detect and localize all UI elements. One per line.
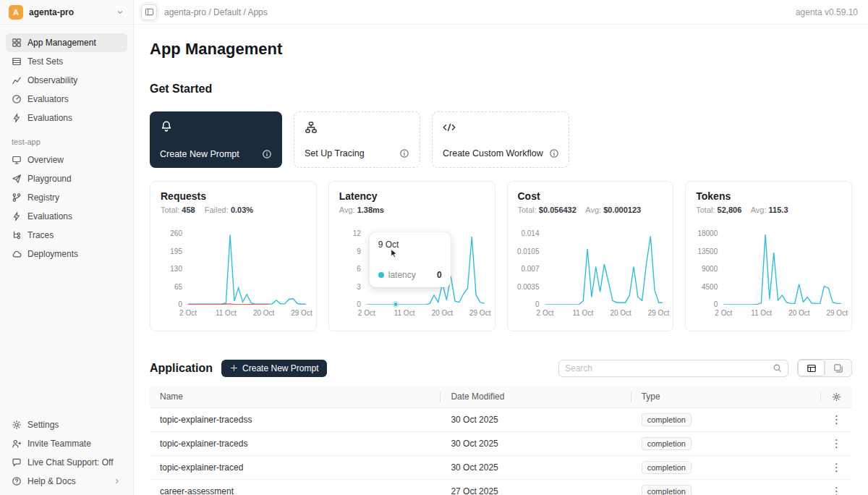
bell-icon	[160, 120, 272, 133]
gear-icon	[12, 420, 22, 430]
table-view-button[interactable]	[798, 360, 825, 376]
search-input[interactable]	[565, 363, 773, 373]
sidebar-toggle-button[interactable]	[141, 4, 157, 20]
sidebar-item-evaluators[interactable]: Evaluators	[6, 90, 127, 109]
table-row[interactable]: topic-explainer-traced 30 Oct 2025 compl…	[150, 455, 852, 479]
app-date-modified: 30 Oct 2025	[441, 407, 631, 431]
tooltip-series-value: 0	[437, 270, 442, 280]
view-toggle-group	[797, 359, 852, 377]
sidebar-item-help-docs[interactable]: Help & Docs	[6, 472, 127, 491]
create-new-prompt-button[interactable]: Create New Prompt	[221, 360, 327, 377]
sidebar-item-label: Traces	[27, 230, 54, 240]
type-badge: completion	[642, 485, 692, 495]
row-actions-menu[interactable]: ⋮	[831, 485, 842, 495]
create-new-prompt-card[interactable]: Create New Prompt	[150, 111, 282, 168]
chart-stats: Total: 52,806 Avg: 115.3	[696, 206, 841, 214]
type-badge: completion	[642, 437, 692, 450]
series-dot	[378, 272, 384, 278]
application-heading: Application	[150, 362, 213, 375]
row-actions-menu[interactable]: ⋮	[831, 413, 842, 426]
metrics-charts: Requests Total: 458 Failed: 0.03% 065130…	[150, 181, 852, 331]
y-axis-labels: 0450090001350018000	[696, 224, 723, 305]
row-actions-menu[interactable]: ⋮	[831, 461, 842, 473]
sidebar-item-label: Overview	[27, 155, 64, 165]
sidebar-item-observability[interactable]: Observability	[6, 71, 127, 90]
card-view-icon	[833, 363, 843, 373]
table-icon	[12, 56, 22, 67]
app-name[interactable]: topic-explainer-traced	[150, 455, 441, 479]
app-date-modified: 30 Oct 2025	[441, 455, 631, 479]
app-root: A agenta-pro agenta-pro / Default / Apps…	[0, 0, 868, 495]
sidebar-item-label: App Management	[27, 38, 96, 48]
sidebar-item-label: Settings	[27, 420, 59, 430]
tokens-chart-card: Tokens Total: 52,806 Avg: 115.3 04500900…	[685, 181, 852, 331]
get-started-heading: Get Started	[150, 82, 852, 96]
sidebar-item-deployments[interactable]: Deployments	[6, 245, 127, 263]
panel-icon	[145, 7, 154, 17]
search-icon[interactable]	[773, 363, 782, 373]
page-title: App Management	[150, 40, 852, 59]
card-label: Set Up Tracing	[305, 148, 365, 158]
app-name[interactable]: topic-explainer-traceds	[150, 431, 441, 455]
sidebar-item-overview[interactable]: Overview	[6, 151, 127, 169]
row-actions-menu[interactable]: ⋮	[831, 437, 842, 449]
search-box	[558, 360, 788, 377]
branch-icon	[12, 192, 22, 203]
tokens-plot[interactable]	[723, 224, 841, 305]
sidebar-item-label: Registry	[27, 192, 59, 203]
sidebar-item-live-chat-support[interactable]: Live Chat Support: Off	[6, 453, 127, 472]
sidebar-item-label: Test Sets	[27, 56, 63, 67]
app-name[interactable]: career-assessment	[150, 479, 441, 495]
cost-plot[interactable]	[545, 224, 663, 305]
table-row[interactable]: topic-explainer-tracedss 30 Oct 2025 com…	[150, 407, 852, 431]
type-badge: completion	[642, 413, 692, 426]
table-view-icon	[807, 363, 817, 373]
sidebar-item-label: Help & Docs	[27, 476, 76, 486]
sidebar-item-app-management[interactable]: App Management	[6, 33, 127, 52]
type-badge: completion	[642, 461, 692, 474]
sidebar-bottom: Settings Invite Teammate Live Chat Suppo…	[6, 415, 127, 491]
topbar: A agenta-pro agenta-pro / Default / Apps…	[0, 0, 868, 25]
sidebar-item-label: Evaluations	[27, 113, 72, 123]
grid-icon	[12, 38, 22, 48]
cost-chart-card: Cost Total: $0.056432 Avg: $0.000123 00.…	[507, 181, 674, 331]
sidebar-item-evaluations[interactable]: Evaluations	[6, 109, 127, 127]
x-axis-labels: 2 Oct11 Oct20 Oct29 Oct	[188, 309, 306, 318]
sidebar-item-playground[interactable]: Playground	[6, 169, 127, 188]
gear-icon[interactable]	[831, 392, 842, 402]
plus-icon	[230, 364, 238, 372]
requests-plot[interactable]	[188, 224, 306, 305]
card-view-button[interactable]	[825, 360, 851, 376]
sidebar-item-settings[interactable]: Settings	[6, 415, 127, 434]
table-row[interactable]: career-assessment 27 Oct 2025 completion…	[150, 479, 852, 495]
workspace-selector[interactable]: A agenta-pro	[0, 0, 134, 24]
sidebar-item-app-evaluations[interactable]: Evaluations	[6, 207, 127, 226]
info-icon[interactable]	[399, 148, 409, 158]
applications-table: Name Date Modified Type topic-explainer-…	[150, 386, 852, 495]
cloud-icon	[12, 249, 22, 259]
sidebar-item-invite-teammate[interactable]: Invite Teammate	[6, 434, 127, 453]
sidebar-item-traces[interactable]: Traces	[6, 226, 127, 245]
sidebar-item-label: Live Chat Support: Off	[27, 457, 114, 468]
set-up-tracing-card[interactable]: Set Up Tracing	[294, 111, 420, 168]
workspace-avatar: A	[9, 5, 23, 20]
info-icon[interactable]	[549, 148, 559, 158]
code-icon	[443, 121, 558, 134]
info-icon[interactable]	[262, 149, 272, 159]
sidebar-item-test-sets[interactable]: Test Sets	[6, 52, 127, 71]
help-icon	[12, 476, 22, 486]
hover-point-dot	[393, 302, 399, 307]
app-date-modified: 30 Oct 2025	[441, 431, 631, 455]
sidebar-item-label: Deployments	[27, 249, 78, 259]
requests-chart-card: Requests Total: 458 Failed: 0.03% 065130…	[150, 181, 317, 331]
table-row[interactable]: topic-explainer-traceds 30 Oct 2025 comp…	[150, 431, 852, 455]
y-axis-labels: 00.00350.0070.01050.014	[518, 224, 545, 305]
lightning-icon	[12, 211, 22, 221]
sidebar-item-registry[interactable]: Registry	[6, 188, 127, 207]
x-axis-labels: 2 Oct11 Oct20 Oct29 Oct	[545, 309, 663, 318]
chart-title: Cost	[518, 190, 663, 202]
app-name[interactable]: topic-explainer-tracedss	[150, 407, 441, 431]
create-custom-workflow-card[interactable]: Create Custom Workflow	[432, 111, 569, 168]
latency-chart-card: Latency Avg: 1.38ms 036912 2 Oct11 Oct20…	[328, 181, 495, 331]
chart-title: Latency	[339, 190, 485, 202]
